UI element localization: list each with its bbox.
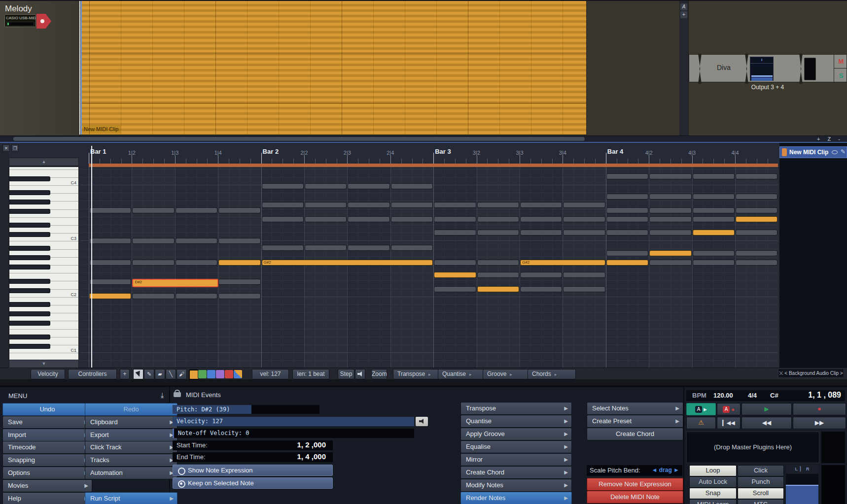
velocity-tab[interactable]: Velocity <box>31 369 65 379</box>
midi-note[interactable] <box>649 250 691 256</box>
ghost-note[interactable] <box>693 250 735 256</box>
output-label[interactable]: Output 3 + 4 <box>718 84 817 91</box>
note-length-button[interactable]: len: 1 beat <box>292 369 329 379</box>
toggle-click[interactable]: Click <box>738 465 784 476</box>
velocity-field[interactable]: Velocity: 127 <box>173 417 414 426</box>
ghost-note[interactable] <box>736 207 777 213</box>
plugin-diva[interactable]: Diva <box>704 64 743 71</box>
ghost-note[interactable] <box>693 260 735 266</box>
ghost-note[interactable] <box>218 207 260 213</box>
color-swatch[interactable] <box>198 370 207 379</box>
black-key[interactable] <box>9 190 50 195</box>
black-key[interactable] <box>9 209 50 214</box>
ghost-note[interactable] <box>736 230 777 235</box>
ghost-note[interactable] <box>563 230 605 235</box>
ruler-label-1-2[interactable]: 1|2 <box>128 150 136 156</box>
menu-groove-button[interactable]: Groove▸ <box>483 369 531 379</box>
track-lane-empty[interactable] <box>586 1 679 135</box>
clip-action-create-chord[interactable]: Create Chord <box>587 428 683 440</box>
velocity-value-button[interactable]: vel: 127 <box>252 369 289 379</box>
menu-item-clipboard[interactable]: Clipboard▶ <box>85 416 177 429</box>
ghost-note[interactable] <box>477 202 519 208</box>
menu-chords-button[interactable]: Chords▸ <box>528 369 576 379</box>
color-swatch[interactable] <box>207 370 216 379</box>
ghost-note[interactable] <box>477 216 519 222</box>
ghost-note[interactable] <box>218 238 260 244</box>
ghost-note[interactable] <box>693 173 735 179</box>
start-time-value[interactable]: 1, 2 ,000 <box>297 440 326 449</box>
color-swatch[interactable] <box>215 370 225 379</box>
ghost-note[interactable] <box>693 207 735 213</box>
ghost-note[interactable] <box>434 202 476 208</box>
record-button[interactable]: ● <box>793 403 846 415</box>
midi-note[interactable] <box>218 260 260 266</box>
ghost-note[interactable] <box>520 272 562 278</box>
menu-item-automation[interactable]: Automation▶ <box>85 467 177 479</box>
black-key[interactable] <box>9 246 50 251</box>
ghost-note[interactable] <box>348 216 389 222</box>
black-key[interactable] <box>9 223 50 228</box>
menu-item-redo[interactable]: Redo <box>85 403 177 416</box>
scrollbar-handle[interactable] <box>13 137 585 141</box>
menu-item-help[interactable]: Help▶ <box>2 492 92 504</box>
pencil-icon[interactable]: ✎ <box>841 148 846 155</box>
midi-note[interactable] <box>693 230 735 235</box>
ghost-note[interactable] <box>391 216 433 222</box>
ghost-note[interactable] <box>348 245 389 251</box>
ruler-label-3-2[interactable]: 3|2 <box>473 150 480 156</box>
note-action-transpose[interactable]: Transpose▶ <box>460 402 572 415</box>
add-controller-button[interactable]: + <box>120 369 130 379</box>
ghost-note[interactable] <box>176 238 217 244</box>
midi-note[interactable]: G#2 <box>262 260 433 266</box>
start-time-row[interactable]: Start Time:1, 2 ,000 <box>173 440 333 450</box>
scroll-down-arrow[interactable]: ▼ <box>9 360 79 368</box>
ghost-note[interactable] <box>434 230 476 235</box>
midi-note[interactable] <box>477 286 519 292</box>
black-key[interactable] <box>9 288 50 293</box>
master-fader-area[interactable] <box>821 432 845 463</box>
ghost-note[interactable] <box>520 202 562 208</box>
ghost-note[interactable] <box>89 238 131 244</box>
cursor-tool-icon[interactable] <box>133 369 143 379</box>
level-meter-plugin[interactable]: I <box>750 57 774 81</box>
black-key[interactable] <box>9 311 50 316</box>
menu-item-import[interactable]: Import▶ <box>2 429 92 441</box>
midi-note-selected[interactable]: D#2 <box>132 279 218 287</box>
download-icon[interactable]: ⤓ <box>161 391 164 400</box>
playhead[interactable] <box>91 146 92 368</box>
black-key[interactable] <box>9 344 50 349</box>
auto-play-button[interactable]: A▶ <box>686 403 716 415</box>
midi-clip[interactable]: New MIDI Clip <box>81 1 586 134</box>
ghost-note[interactable] <box>89 207 131 213</box>
add-plugin-button[interactable]: + <box>680 11 687 18</box>
track-name[interactable]: Melody <box>5 4 32 14</box>
play-button[interactable]: ▶ <box>741 403 792 415</box>
loop-range-bar[interactable] <box>89 164 778 167</box>
ghost-note[interactable] <box>176 260 217 266</box>
ruler-label-Bar-3[interactable]: Bar 3 <box>435 148 451 155</box>
speaker-icon[interactable] <box>355 369 365 379</box>
color-swatch[interactable] <box>233 370 243 379</box>
ghost-note[interactable] <box>305 216 347 222</box>
ghost-note[interactable] <box>434 286 476 292</box>
menu-item-run-script[interactable]: Run Script▶ <box>85 492 177 504</box>
master-plugins-drop-area[interactable]: (Drop Master Plugins Here) <box>686 432 819 463</box>
ghost-note[interactable] <box>89 260 131 266</box>
horizontal-scrollbar[interactable]: + Z - <box>0 135 847 142</box>
toggle-snap[interactable]: Snap <box>689 488 737 499</box>
black-key[interactable] <box>9 302 50 307</box>
ghost-note[interactable] <box>563 286 605 292</box>
zoom-button[interactable]: Zoom <box>371 369 387 379</box>
midi-note[interactable] <box>736 216 777 222</box>
ruler-label-Bar-1[interactable]: Bar 1 <box>90 148 106 155</box>
ghost-note[interactable] <box>736 250 777 256</box>
pitch-bend-drag-handle[interactable]: ◄ drag ► <box>652 467 679 473</box>
ghost-note[interactable] <box>606 230 648 235</box>
step-button[interactable]: Step <box>338 369 354 379</box>
black-key[interactable] <box>9 265 50 269</box>
ghost-note[interactable] <box>218 293 260 299</box>
ghost-note[interactable] <box>649 173 691 179</box>
ghost-note[interactable] <box>520 230 562 235</box>
ghost-note[interactable] <box>649 260 691 266</box>
ghost-note[interactable] <box>305 202 347 208</box>
